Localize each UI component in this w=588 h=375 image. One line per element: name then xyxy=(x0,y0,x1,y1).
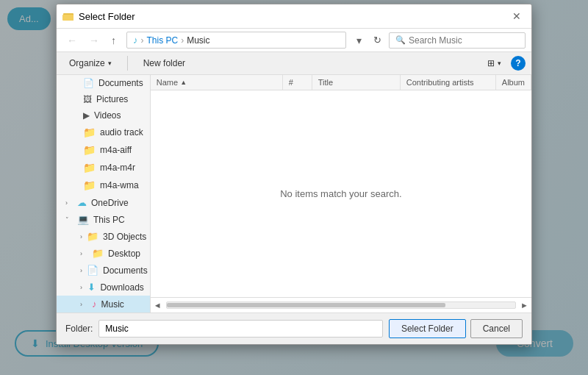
column-header-contributing-artists[interactable]: Contributing artists xyxy=(401,75,496,90)
sidebar-item-this-pc[interactable]: ˅ 💻 This PC xyxy=(57,211,150,228)
sidebar-item-audio-track[interactable]: 📁 audio track xyxy=(57,124,150,141)
sidebar-label: This PC xyxy=(93,215,125,225)
forward-button[interactable]: → xyxy=(85,33,104,48)
sidebar-label: Music xyxy=(101,299,124,310)
dialog-overlay: Select Folder ✕ ← → ↑ ♪ › This PC › xyxy=(0,0,588,375)
expand-arrow-icon: › xyxy=(80,284,83,291)
folder-icon: 📁 xyxy=(83,126,96,138)
breadcrumb-this-pc[interactable]: This PC xyxy=(147,35,179,46)
navigation-bar: ← → ↑ ♪ › This PC › Music ▾ ↻ xyxy=(57,29,531,52)
sidebar-item-videos[interactable]: ▶ Videos xyxy=(57,107,150,124)
up-button[interactable]: ↑ xyxy=(107,33,121,48)
music-drive-icon: ♪ xyxy=(133,35,138,46)
select-folder-button[interactable]: Select Folder xyxy=(389,319,466,338)
back-button[interactable]: ← xyxy=(62,33,82,48)
hscroll-thumb[interactable] xyxy=(167,303,446,307)
expand-arrow-icon: › xyxy=(80,267,82,274)
svg-rect-2 xyxy=(62,15,74,21)
hscroll-track[interactable] xyxy=(166,301,516,309)
column-header-title[interactable]: Title xyxy=(312,75,401,90)
dialog-titlebar: Select Folder ✕ xyxy=(57,4,531,29)
sidebar-item-documents2[interactable]: › 📄 Documents xyxy=(57,262,150,279)
sidebar-item-downloads[interactable]: › ⬇ Downloads xyxy=(57,279,150,296)
sidebar-item-documents[interactable]: 📄 Documents xyxy=(57,75,150,91)
folder-icon: ▶ xyxy=(83,110,90,121)
search-icon: 🔍 xyxy=(395,35,406,45)
organize-button[interactable]: Organize ▾ xyxy=(62,55,118,71)
sidebar-label: m4a-wma xyxy=(100,180,139,190)
toolbar-separator xyxy=(127,56,128,71)
sidebar-item-desktop[interactable]: › 📁 Desktop xyxy=(57,245,150,262)
column-header-name[interactable]: Name ▲ xyxy=(151,75,283,90)
sidebar-label: 3D Objects xyxy=(103,232,146,242)
breadcrumb-sep1: › xyxy=(141,35,144,46)
download-folder-icon: ⬇ xyxy=(87,282,96,293)
pc-icon: 💻 xyxy=(77,214,89,225)
sidebar-label: audio track xyxy=(100,127,143,138)
breadcrumb-bar: ♪ › This PC › Music xyxy=(126,32,346,49)
folder-icon: 📁 xyxy=(83,162,96,174)
column-header-number[interactable]: # xyxy=(283,75,312,90)
search-box[interactable]: 🔍 xyxy=(389,32,526,49)
toolbar-right: ⊞ ▾ ? xyxy=(481,55,526,71)
view-icon: ⊞ xyxy=(487,58,495,68)
footer-buttons: Select Folder Cancel xyxy=(389,319,523,338)
select-folder-dialog: Select Folder ✕ ← → ↑ ♪ › This PC › xyxy=(56,4,532,345)
dialog-footer: Folder: Select Folder Cancel xyxy=(57,312,531,344)
dialog-title: Select Folder xyxy=(79,11,135,22)
folder-icon: 📁 xyxy=(83,179,96,191)
sidebar-label: m4a-m4r xyxy=(100,162,135,173)
help-button[interactable]: ? xyxy=(511,56,526,71)
sidebar-label: OneDrive xyxy=(91,198,129,208)
sidebar-item-m4a-aiff[interactable]: 📁 m4a-aiff xyxy=(57,141,150,159)
sidebar-item-onedrive[interactable]: › ☁ OneDrive xyxy=(57,194,150,211)
sidebar-label: Videos xyxy=(94,110,121,121)
folder-icon xyxy=(62,10,74,22)
folder-icon: 📁 xyxy=(92,248,104,259)
sidebar-label: m4a-aiff xyxy=(100,145,132,155)
sidebar-item-m4a-wma[interactable]: 📁 m4a-wma xyxy=(57,176,150,194)
hscroll-left-btn[interactable]: ◄ xyxy=(151,299,165,311)
sidebar-item-m4a-m4r[interactable]: 📁 m4a-m4r xyxy=(57,159,150,176)
folder-icon: 📄 xyxy=(83,78,94,88)
sidebar-label: Downloads xyxy=(100,282,143,293)
sidebar: 📄 Documents 🖼 Pictures ▶ Videos xyxy=(57,75,151,312)
hscroll-right-btn[interactable]: ► xyxy=(517,299,531,311)
expand-arrow-icon: › xyxy=(80,301,87,308)
sidebar-item-pictures[interactable]: 🖼 Pictures xyxy=(57,91,150,107)
sidebar-label: Pictures xyxy=(96,94,128,104)
sidebar-label: Documents xyxy=(103,265,148,276)
expand-arrow-icon: › xyxy=(80,233,82,240)
breadcrumb-music: Music xyxy=(187,35,209,46)
sidebar-item-music[interactable]: › ♪ Music xyxy=(57,296,150,312)
folder-icon: 📁 xyxy=(83,144,96,156)
view-button[interactable]: ⊞ ▾ xyxy=(481,55,508,71)
sort-icon: ▲ xyxy=(180,79,187,86)
search-input[interactable] xyxy=(409,35,519,46)
new-folder-button[interactable]: New folder xyxy=(137,55,192,71)
dialog-content: 📄 Documents 🖼 Pictures ▶ Videos xyxy=(57,75,531,312)
title-left: Select Folder xyxy=(62,10,135,22)
music-folder-icon: ♪ xyxy=(92,299,97,310)
breadcrumb-sep2: › xyxy=(181,35,184,46)
sidebar-item-3d-objects[interactable]: › 📁 3D Objects xyxy=(57,228,150,245)
cloud-icon: ☁ xyxy=(77,197,87,208)
cancel-button[interactable]: Cancel xyxy=(470,319,523,338)
sidebar-label: Desktop xyxy=(108,249,140,259)
dropdown-button[interactable]: ▾ xyxy=(352,33,366,48)
folder-input[interactable] xyxy=(98,320,383,338)
refresh-button[interactable]: ↻ xyxy=(369,33,386,47)
file-list-body: No items match your search. xyxy=(151,90,531,297)
folder-icon: 🖼 xyxy=(83,94,92,104)
expand-arrow-icon: ˅ xyxy=(65,216,73,224)
empty-message: No items match your search. xyxy=(280,188,401,199)
folder-label: Folder: xyxy=(65,324,93,334)
folder-icon: 📁 xyxy=(87,231,98,242)
organize-arrow-icon: ▾ xyxy=(108,60,112,67)
horizontal-scrollbar[interactable]: ◄ ► xyxy=(151,297,531,312)
close-button[interactable]: ✕ xyxy=(508,9,526,24)
view-arrow-icon: ▾ xyxy=(498,60,501,67)
toolbar: Organize ▾ New folder ⊞ ▾ ? xyxy=(57,52,531,75)
column-header-album[interactable]: Album xyxy=(496,75,531,90)
sidebar-label: Documents xyxy=(98,78,143,88)
